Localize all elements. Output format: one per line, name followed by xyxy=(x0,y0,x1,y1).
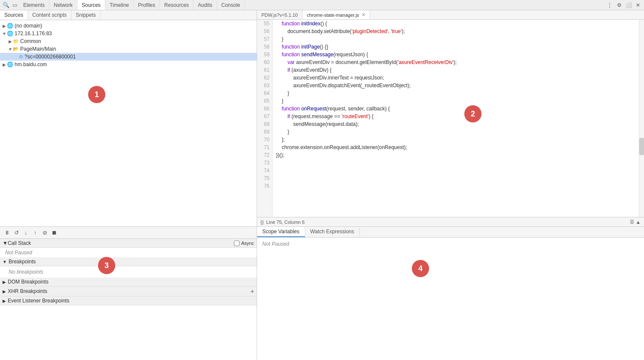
event-breakpoints-title: Event Listener Breakpoints xyxy=(8,298,69,304)
tab-timeline[interactable]: Timeline xyxy=(105,0,134,10)
arrow-common: ▶ xyxy=(8,39,13,44)
tab-profiles[interactable]: Profiles xyxy=(134,0,160,10)
tab-sources[interactable]: Sources xyxy=(77,0,105,10)
tree-item-common[interactable]: ▶ 📁 Common xyxy=(0,37,257,45)
main-container: Sources Content scripts Snippets ▶ 🌐 (no… xyxy=(0,10,644,360)
tab-content-scripts[interactable]: Content scripts xyxy=(28,10,71,20)
dom-breakpoints-title: DOM Breakpoints xyxy=(8,279,49,285)
editor-tab-pdw-label: PDW.js?v=5.1.10 xyxy=(261,12,298,18)
top-section: Sources Content scripts Snippets ▶ 🌐 (no… xyxy=(0,10,644,227)
status-braces-icon: {} xyxy=(261,220,264,225)
editor-status-bar: {} Line 75, Column 6 ☰ ▲ xyxy=(257,217,644,226)
code-line-64: axureEventDiv.innerText = requestJson; xyxy=(276,74,635,82)
arrow-baidu: ▶ xyxy=(2,62,7,67)
async-checkbox-container: Async xyxy=(234,241,254,246)
code-line-70: if (request.message == 'routeEvent') { xyxy=(276,113,635,120)
xhr-arrow: ▶ xyxy=(3,289,6,294)
code-line-62: var axureEventDiv = document.getElementB… xyxy=(276,58,635,66)
breakpoints-arrow: ▼ xyxy=(3,259,7,264)
close-tab-icon[interactable]: ✕ xyxy=(362,12,365,18)
tab-console[interactable]: Console xyxy=(217,0,245,10)
close-devtools-icon[interactable]: ✕ xyxy=(634,1,642,9)
editor-tab-chrome-label: chrome-state-manager.js xyxy=(307,12,359,18)
no-breakpoints-msg: No breakpoints xyxy=(0,267,257,277)
editor-wrapper: 55 56 57 58 59 60 61 62 63 64 65 66 67 6… xyxy=(257,20,644,217)
xhr-breakpoints-title: XHR Breakpoints xyxy=(8,288,47,294)
call-stack-header[interactable]: ▼ Call Stack Async xyxy=(0,239,257,248)
tab-audits[interactable]: Audits xyxy=(193,0,217,10)
code-line-69: function onRequest(request, sender, call… xyxy=(276,105,635,113)
callstack-not-paused: Not Paused xyxy=(0,248,257,257)
domain-icon-no-domain: 🌐 xyxy=(7,23,13,29)
tab-snippets[interactable]: Snippets xyxy=(71,10,101,20)
tab-network[interactable]: Network xyxy=(49,0,77,10)
code-content: function initIndex() { document.body.set… xyxy=(273,20,639,217)
code-line-73: }; xyxy=(276,136,635,143)
arrow-domain: ▼ xyxy=(2,31,7,36)
arrow-pagemain: ▼ xyxy=(8,47,13,52)
code-line-65: axureEventDiv.dispatchEvent(_routedEvent… xyxy=(276,82,635,89)
debugger-panel: ⏸ ↺ ↓ ↑ ⊘ ⏹ ▼ Call Stack Async Not Pause… xyxy=(0,227,257,360)
tab-navigation: Elements Network Sources Timeline Profil… xyxy=(19,0,245,10)
step-out-btn[interactable]: ↑ xyxy=(31,229,40,237)
folder-icon-pagemain: 📂 xyxy=(13,46,19,52)
settings-icon[interactable]: ⚙ xyxy=(615,1,623,9)
customize-icon[interactable]: ⋮ xyxy=(605,1,614,9)
step-into-btn[interactable]: ↓ xyxy=(21,229,30,237)
watch-expressions-tab[interactable]: Watch Expressions xyxy=(305,227,360,237)
add-xhr-breakpoint-btn[interactable]: + xyxy=(251,288,254,295)
async-label: Async xyxy=(241,241,254,246)
code-line-67: } xyxy=(276,97,635,105)
scope-panel: Scope Variables Watch Expressions Not Pa… xyxy=(257,227,644,360)
tree-item-baidu[interactable]: ▶ 🌐 hm.baidu.com xyxy=(0,61,257,68)
code-line-57: } xyxy=(276,35,635,43)
tree-label-common: Common xyxy=(20,38,41,44)
arrow-no-domain: ▶ xyxy=(2,24,7,28)
debugger-toolbar: ⏸ ↺ ↓ ↑ ⊘ ⏹ xyxy=(0,227,257,239)
editor-panel: PDW.js?v=5.1.10 chrome-state-manager.js … xyxy=(257,10,644,226)
tab-sources-files[interactable]: Sources xyxy=(0,10,28,20)
xhr-breakpoints-header[interactable]: ▶ XHR Breakpoints + xyxy=(0,287,257,296)
tree-label-domain: 172.16.1.176:83 xyxy=(15,31,52,37)
dom-breakpoints-header[interactable]: ▶ DOM Breakpoints xyxy=(0,278,257,287)
deactivate-breakpoints-btn[interactable]: ⊘ xyxy=(40,229,49,237)
tree-item-sc-file[interactable]: ⚙ ?sc=00000266800001 xyxy=(0,53,257,61)
code-line-59: function initPage() {} xyxy=(276,43,635,51)
domain-icon: 🌐 xyxy=(7,31,13,37)
event-breakpoints-header[interactable]: ▶ Event Listener Breakpoints xyxy=(0,296,257,305)
scope-tabs: Scope Variables Watch Expressions xyxy=(257,227,644,238)
breakpoints-title: Breakpoints xyxy=(9,259,36,265)
scrollbar-thumb[interactable] xyxy=(639,138,644,155)
editor-scrollbar-v[interactable] xyxy=(639,20,644,217)
inspect-icon[interactable]: 🔍 xyxy=(2,1,10,9)
tab-resources[interactable]: Resources xyxy=(160,0,193,10)
breakpoints-header[interactable]: ▼ Breakpoints xyxy=(0,257,257,266)
toolbar-right-icons: ⋮ ⚙ ⬜ ✕ xyxy=(605,1,642,9)
code-line-74: chrome.extension.onRequest.addListener(o… xyxy=(276,143,635,151)
event-arrow: ▶ xyxy=(3,299,6,303)
pause-resume-btn[interactable]: ⏸ xyxy=(3,229,11,237)
scope-variables-tab[interactable]: Scope Variables xyxy=(257,227,305,237)
tree-label-no-domain: (no domain) xyxy=(15,23,42,29)
tree-label-baidu: hm.baidu.com xyxy=(15,61,47,67)
editor-scroll-area[interactable]: 55 56 57 58 59 60 61 62 63 64 65 66 67 6… xyxy=(257,20,639,217)
code-line-56: document.body.setAttribute('pluginDetect… xyxy=(276,27,635,35)
status-right-icons: ☰ ▲ xyxy=(630,219,641,225)
format-icon[interactable]: ☰ xyxy=(630,219,634,225)
editor-tab-chrome-state[interactable]: chrome-state-manager.js ✕ xyxy=(303,10,371,19)
device-icon[interactable]: ▭ xyxy=(10,1,19,9)
code-line-72: } xyxy=(276,128,635,136)
editor-tab-pdw[interactable]: PDW.js?v=5.1.10 xyxy=(257,10,303,19)
tree-item-domain[interactable]: ▼ 🌐 172.16.1.176:83 xyxy=(0,30,257,37)
tree-item-pagemain[interactable]: ▼ 📂 PageMain/Main xyxy=(0,45,257,53)
step-over-btn[interactable]: ↺ xyxy=(12,229,21,237)
undock-icon[interactable]: ⬜ xyxy=(624,1,633,9)
tree-item-no-domain[interactable]: ▶ 🌐 (no domain) xyxy=(0,22,257,30)
stop-btn[interactable]: ⏹ xyxy=(50,229,58,237)
tree-label-sc: ?sc=00000266800001 xyxy=(25,54,76,60)
async-checkbox[interactable] xyxy=(234,241,239,246)
file-icon-sc: ⚙ xyxy=(19,54,23,60)
tab-elements[interactable]: Elements xyxy=(19,0,49,10)
sources-tabs: Sources Content scripts Snippets xyxy=(0,10,257,20)
settings-icon-2[interactable]: ▲ xyxy=(636,220,641,225)
